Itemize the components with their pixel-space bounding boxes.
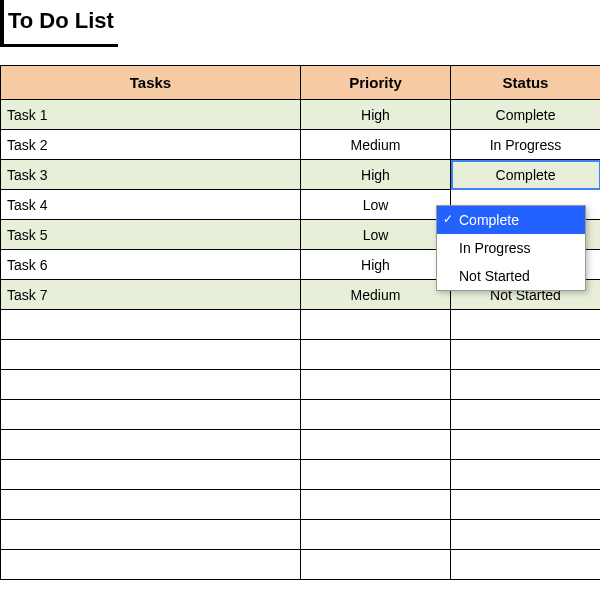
task-cell[interactable]: Task 6	[1, 250, 301, 280]
priority-cell[interactable]	[301, 430, 451, 460]
dropdown-option-label: Not Started	[459, 268, 530, 284]
table-row	[1, 430, 601, 460]
table-row	[1, 520, 601, 550]
priority-cell[interactable]	[301, 310, 451, 340]
col-header-status[interactable]: Status	[451, 66, 601, 100]
status-dropdown[interactable]: ✓CompleteIn ProgressNot Started	[436, 205, 586, 291]
status-cell[interactable]	[451, 520, 601, 550]
dropdown-option-label: In Progress	[459, 240, 531, 256]
table-row: Task 1HighComplete	[1, 100, 601, 130]
task-cell[interactable]	[1, 520, 301, 550]
task-cell[interactable]	[1, 430, 301, 460]
task-cell[interactable]	[1, 370, 301, 400]
priority-cell[interactable]: Low	[301, 190, 451, 220]
status-cell[interactable]	[451, 340, 601, 370]
priority-cell[interactable]: Medium	[301, 130, 451, 160]
priority-cell[interactable]	[301, 550, 451, 580]
task-cell[interactable]	[1, 310, 301, 340]
col-header-priority[interactable]: Priority	[301, 66, 451, 100]
dropdown-option[interactable]: ✓Complete	[437, 206, 585, 234]
priority-cell[interactable]: High	[301, 250, 451, 280]
task-cell[interactable]: Task 5	[1, 220, 301, 250]
table-row	[1, 340, 601, 370]
status-cell[interactable]	[451, 400, 601, 430]
priority-cell[interactable]	[301, 520, 451, 550]
priority-cell[interactable]: High	[301, 100, 451, 130]
task-cell[interactable]: Task 4	[1, 190, 301, 220]
priority-cell[interactable]	[301, 340, 451, 370]
task-cell[interactable]: Task 2	[1, 130, 301, 160]
status-cell[interactable]	[451, 310, 601, 340]
priority-cell[interactable]	[301, 400, 451, 430]
page-title: To Do List	[0, 0, 118, 47]
dropdown-option[interactable]: Not Started	[437, 262, 585, 290]
table-row	[1, 310, 601, 340]
table-row	[1, 490, 601, 520]
task-cell[interactable]: Task 3	[1, 160, 301, 190]
task-cell[interactable]: Task 1	[1, 100, 301, 130]
todo-table: Tasks Priority Status Task 1HighComplete…	[0, 65, 600, 580]
task-cell[interactable]	[1, 490, 301, 520]
priority-cell[interactable]	[301, 490, 451, 520]
priority-cell[interactable]	[301, 370, 451, 400]
status-cell[interactable]: Complete▲▼	[451, 160, 601, 190]
priority-cell[interactable]	[301, 460, 451, 490]
dropdown-option-label: Complete	[459, 212, 519, 228]
status-cell[interactable]: In Progress	[451, 130, 601, 160]
table-row	[1, 370, 601, 400]
status-cell[interactable]	[451, 430, 601, 460]
task-cell[interactable]	[1, 550, 301, 580]
status-cell[interactable]	[451, 460, 601, 490]
dropdown-option[interactable]: In Progress	[437, 234, 585, 262]
status-cell[interactable]	[451, 370, 601, 400]
table-row	[1, 400, 601, 430]
priority-cell[interactable]: Low	[301, 220, 451, 250]
priority-cell[interactable]: Medium	[301, 280, 451, 310]
status-cell[interactable]	[451, 490, 601, 520]
task-cell[interactable]	[1, 400, 301, 430]
status-cell[interactable]	[451, 550, 601, 580]
table-row: Task 2MediumIn Progress	[1, 130, 601, 160]
table-row	[1, 550, 601, 580]
table-row	[1, 460, 601, 490]
status-cell[interactable]: Complete	[451, 100, 601, 130]
check-icon: ✓	[443, 212, 453, 226]
col-header-tasks[interactable]: Tasks	[1, 66, 301, 100]
task-cell[interactable]	[1, 340, 301, 370]
task-cell[interactable]: Task 7	[1, 280, 301, 310]
priority-cell[interactable]: High	[301, 160, 451, 190]
task-cell[interactable]	[1, 460, 301, 490]
table-row: Task 3HighComplete▲▼	[1, 160, 601, 190]
